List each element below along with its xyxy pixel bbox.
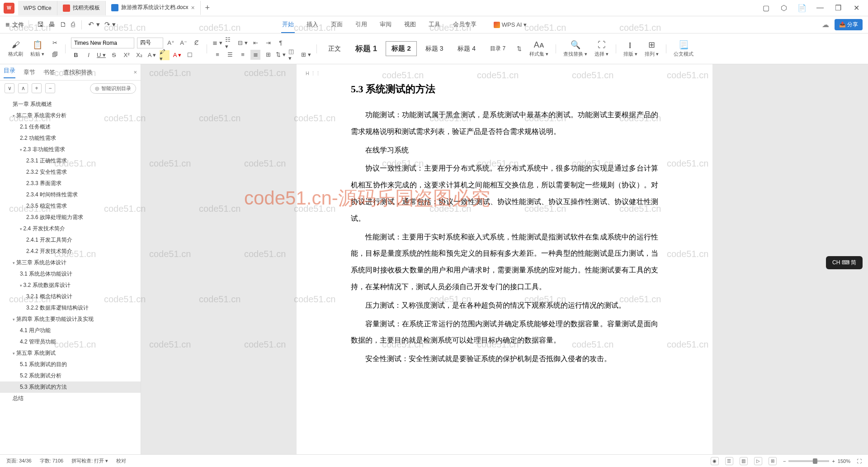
maximize-icon[interactable]: ❐: [834, 4, 843, 12]
close-icon[interactable]: ×: [191, 4, 194, 11]
zoom-out-icon[interactable]: −: [783, 458, 786, 464]
status-page[interactable]: 页面: 34/36: [6, 457, 32, 464]
outline-item[interactable]: 第五章 系统测试: [0, 348, 141, 359]
outline-item[interactable]: 2.3.1 正确性需求: [0, 155, 141, 167]
strike-button[interactable]: S: [109, 50, 119, 60]
outline-item[interactable]: 第一章 系统概述: [0, 99, 141, 110]
borders-icon[interactable]: ⊞ ▾: [301, 50, 311, 60]
fullscreen-icon[interactable]: ⛶: [857, 458, 862, 464]
decrease-indent-icon[interactable]: ⇤: [250, 38, 260, 48]
outline-item[interactable]: 2.4.1 开发工具简介: [0, 234, 141, 246]
undo-icon[interactable]: ↶ ▾: [88, 20, 99, 29]
copy-icon[interactable]: 🗐: [50, 50, 60, 60]
official-mode-button[interactable]: 📃公文模式: [672, 40, 695, 57]
outline-item[interactable]: 2.3.4 时间特殊性需求: [0, 189, 141, 200]
outline-item[interactable]: 5.1 系统测试的目的: [0, 359, 141, 370]
cut-icon[interactable]: ✂: [50, 38, 60, 48]
note-icon[interactable]: 📄: [797, 4, 807, 12]
highlight-button[interactable]: 🖍 ▾: [160, 50, 170, 60]
app-name-tab[interactable]: WPS Office: [18, 1, 57, 15]
outline-item[interactable]: 第三章 系统总体设计: [0, 257, 141, 268]
panel-close-icon[interactable]: ×: [133, 69, 137, 76]
style-body[interactable]: 正文: [322, 42, 347, 56]
increase-font-icon[interactable]: A⁺: [166, 38, 176, 48]
style-toc[interactable]: 目录 7: [484, 42, 511, 56]
style-h1[interactable]: 标题 1: [349, 40, 383, 57]
outline-item[interactable]: 2.3.2 安全性需求: [0, 167, 141, 178]
hamburger-icon[interactable]: ≡: [5, 21, 9, 29]
outline-item[interactable]: 2.1 任务概述: [0, 121, 141, 133]
multilevel-list-icon[interactable]: ⊟ ▾: [238, 38, 248, 48]
status-words[interactable]: 字数: 7106: [40, 457, 64, 464]
export-icon[interactable]: ⎙: [71, 20, 75, 29]
preview-icon[interactable]: 🗋: [60, 20, 66, 29]
panel-tab-chapter[interactable]: 章节: [24, 68, 35, 76]
number-list-icon[interactable]: ☷ ▾: [225, 38, 235, 48]
outline-item[interactable]: 2.3.3 界面需求: [0, 178, 141, 189]
template-tab[interactable]: 找稻壳模板: [57, 1, 106, 15]
panel-tab-toc[interactable]: 目录: [4, 67, 15, 78]
outline-item[interactable]: 总结: [0, 393, 141, 404]
outline-item[interactable]: 2.2 功能性需求: [0, 133, 141, 144]
tab-start[interactable]: 开始: [281, 17, 295, 33]
align-left-icon[interactable]: ≡: [212, 50, 222, 60]
remove-heading-icon[interactable]: −: [45, 83, 55, 93]
panel-tab-bookmark[interactable]: 书签: [43, 68, 55, 76]
tab-member[interactable]: 会员专享: [452, 17, 477, 33]
text-effects-button[interactable]: A ▾: [147, 50, 157, 60]
bullet-list-icon[interactable]: ≣ ▾: [212, 38, 222, 48]
tab-insert[interactable]: 插入: [306, 17, 319, 33]
outline-item[interactable]: 3.2.1 概念结构设计: [0, 291, 141, 302]
align-right-icon[interactable]: ≡: [238, 50, 248, 60]
font-family-select[interactable]: [71, 38, 134, 48]
show-marks-icon[interactable]: ¶: [276, 38, 286, 48]
align-center-icon[interactable]: ☰: [225, 50, 235, 60]
outline-item[interactable]: 2.4.2 开发技术简介: [0, 246, 141, 257]
find-replace-button[interactable]: 🔍查找替换 ▾: [561, 40, 589, 57]
add-heading-icon[interactable]: +: [32, 83, 42, 93]
zoom-level[interactable]: 150%: [838, 458, 850, 464]
document-tab[interactable]: 旅游推荐系统设计文档.docx×: [106, 1, 201, 15]
smart-toc-button[interactable]: ◎ 智能识别目录: [90, 83, 136, 94]
redo-icon[interactable]: ↷ ▾: [104, 20, 116, 29]
status-spellcheck[interactable]: 拼写检查: 打开 ▾: [71, 457, 108, 464]
superscript-button[interactable]: X²: [122, 50, 132, 60]
minimize-icon[interactable]: —: [816, 4, 825, 12]
zoom-in-icon[interactable]: +: [832, 458, 835, 464]
shading-icon[interactable]: ◫ ▾: [288, 50, 298, 60]
layout-button[interactable]: ⫿排版 ▾: [622, 40, 639, 57]
decrease-font-icon[interactable]: A⁻: [179, 38, 189, 48]
view-mode-5-icon[interactable]: ⊞: [769, 457, 777, 465]
italic-button[interactable]: I: [84, 50, 94, 60]
view-mode-4-icon[interactable]: ▷: [754, 457, 762, 465]
distribute-icon[interactable]: ⊞: [263, 50, 273, 60]
outline-item[interactable]: 3.1 系统总体功能设计: [0, 268, 141, 280]
paste-button[interactable]: 📋粘贴 ▾: [28, 40, 46, 57]
add-tab-button[interactable]: +: [201, 3, 214, 13]
panel-tab-find[interactable]: 查找和替换: [63, 68, 93, 76]
line-spacing-icon[interactable]: ⇅ ▾: [276, 50, 286, 60]
arrange-button[interactable]: ⊞排列 ▾: [643, 40, 660, 57]
view-mode-3-icon[interactable]: ▥: [740, 457, 748, 465]
format-painter[interactable]: 🖌格式刷: [6, 40, 25, 57]
tab-page[interactable]: 页面: [330, 17, 344, 33]
outline-item[interactable]: 2.3.5 稳定性需求: [0, 200, 141, 212]
select-button[interactable]: ⛶选择 ▾: [593, 40, 610, 57]
ime-indicator[interactable]: CH ⌨ 简: [826, 256, 863, 269]
outline-item[interactable]: 4.2 管理员功能: [0, 336, 141, 348]
clear-format-icon[interactable]: Ȼ: [191, 38, 201, 48]
print-icon[interactable]: 🖶: [48, 20, 55, 29]
font-size-select[interactable]: [137, 38, 163, 48]
outline-item[interactable]: 2.3 非功能性需求: [0, 144, 141, 155]
share-button[interactable]: 📤 分享: [835, 19, 863, 30]
document-page[interactable]: H ⋮⋮ 5.3 系统测试的方法 功能测试：功能测试属于黑盒测试，是系统测试中最…: [297, 64, 712, 466]
view-mode-2-icon[interactable]: ☰: [725, 457, 733, 465]
char-border-button[interactable]: ☐: [185, 50, 195, 60]
status-proof[interactable]: 校对: [116, 457, 126, 464]
outline-item[interactable]: 第四章 系统主要功能设计及实现: [0, 314, 141, 325]
outline-item[interactable]: 3.2 系统数据库设计: [0, 280, 141, 291]
styleset-button[interactable]: Aᴀ样式集 ▾: [528, 40, 550, 57]
cloud-icon[interactable]: ☁: [822, 20, 829, 29]
tab-review[interactable]: 审阅: [379, 17, 392, 33]
style-h4[interactable]: 标题 4: [452, 42, 481, 56]
